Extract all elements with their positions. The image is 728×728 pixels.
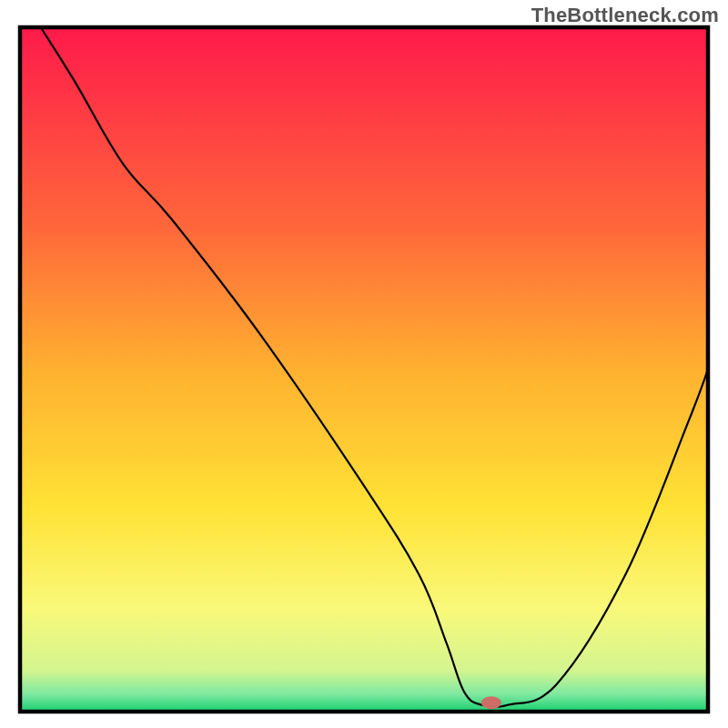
bottleneck-chart bbox=[0, 0, 728, 728]
watermark-text: TheBottleneck.com bbox=[531, 4, 719, 27]
gradient-background bbox=[20, 27, 708, 712]
optimal-point-marker bbox=[481, 696, 501, 709]
chart-container: TheBottleneck.com bbox=[0, 0, 728, 728]
